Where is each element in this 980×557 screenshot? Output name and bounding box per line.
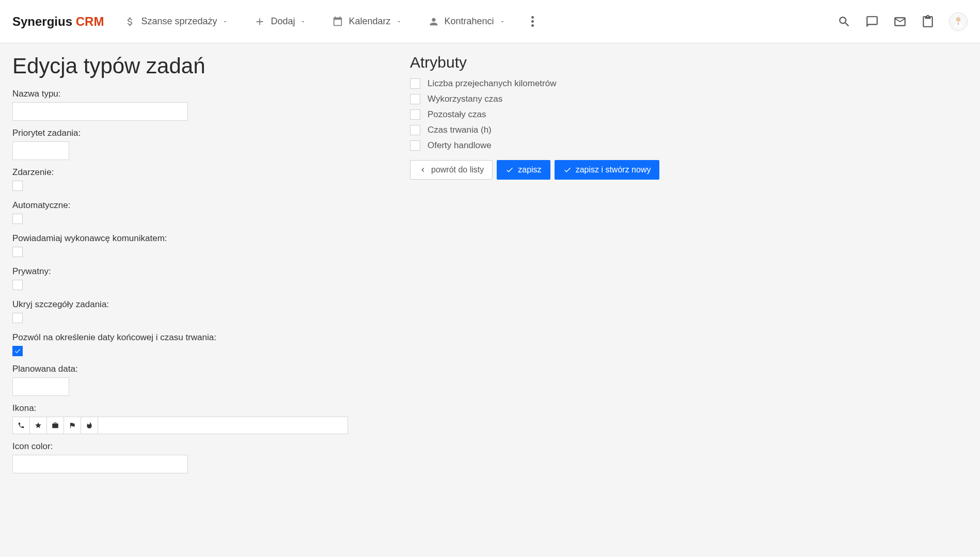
attr-row: Czas trwania (h): [410, 125, 968, 135]
icon-option-phone[interactable]: [12, 417, 30, 434]
plus-icon: [254, 16, 265, 27]
save-button[interactable]: zapisz: [497, 160, 550, 180]
input-icon-color[interactable]: [12, 455, 188, 473]
chevron-down-icon: [499, 19, 505, 25]
fire-icon: [86, 422, 93, 429]
header: Synergius CRM Szanse sprzedaży Dodaj Kal…: [0, 0, 980, 43]
field-notify: Powiadamiaj wykonawcę komunikatem:: [12, 233, 389, 259]
icon-option-fire[interactable]: [81, 417, 98, 434]
logo-main: Synergius: [12, 14, 72, 28]
checkbox-attr-remaining[interactable]: [410, 109, 420, 120]
input-icon[interactable]: [98, 417, 348, 434]
briefcase-icon: [52, 422, 59, 429]
attr-label: Wykorzystany czas: [428, 94, 502, 104]
mail-button[interactable]: [893, 15, 907, 28]
chevron-down-icon: [222, 19, 228, 25]
clipboard-icon: [921, 15, 935, 28]
nav-add[interactable]: Dodaj: [254, 16, 306, 27]
checkbox-attr-duration[interactable]: [410, 125, 420, 135]
check-icon: [563, 166, 572, 174]
field-icon-color: Icon color:: [12, 441, 389, 473]
icon-option-briefcase[interactable]: [46, 417, 64, 434]
label-icon-color: Icon color:: [12, 441, 389, 452]
more-menu[interactable]: [531, 16, 534, 27]
nav-contractors[interactable]: Kontrahenci: [428, 16, 505, 27]
search-button[interactable]: [837, 15, 851, 28]
save-button-label: zapisz: [518, 165, 541, 174]
icon-option-flag[interactable]: [64, 417, 81, 434]
page-title: Edycja typów zadań: [12, 54, 389, 78]
label-event: Zdarzenie:: [12, 167, 389, 178]
logo[interactable]: Synergius CRM: [12, 14, 104, 29]
mail-icon: [893, 15, 907, 28]
checkbox-attr-offers[interactable]: [410, 140, 420, 151]
field-private: Prywatny:: [12, 266, 389, 292]
nav-label: Szanse sprzedaży: [141, 16, 217, 27]
avatar[interactable]: [949, 12, 968, 31]
checkbox-attr-km[interactable]: [410, 78, 420, 89]
nav-label: Kontrahenci: [445, 16, 494, 27]
input-planned-date[interactable]: [12, 377, 69, 396]
field-allow-end-date: Pozwól na określenie daty końcowej i cza…: [12, 332, 389, 357]
label-icon: Ikona:: [12, 403, 389, 413]
flag-icon: [69, 422, 76, 429]
checkbox-notify[interactable]: [12, 247, 23, 257]
label-planned-date: Planowana data:: [12, 364, 389, 374]
checkbox-automatic[interactable]: [12, 214, 23, 224]
right-column: Atrybuty Liczba przejechanych kilometrów…: [410, 54, 968, 481]
clipboard-button[interactable]: [921, 15, 935, 28]
search-icon: [837, 15, 851, 28]
nav-calendar[interactable]: Kalendarz: [332, 16, 402, 27]
checkbox-event[interactable]: [12, 181, 23, 191]
nav: Szanse sprzedaży Dodaj Kalendarz Kontrah…: [124, 16, 837, 27]
nav-label: Dodaj: [271, 16, 295, 27]
check-icon: [14, 347, 21, 355]
person-icon: [428, 16, 439, 27]
save-new-button[interactable]: zapisz i stwórz nowy: [555, 160, 660, 180]
main: Edycja typów zadań Nazwa typu: Priorytet…: [0, 43, 980, 491]
save-new-button-label: zapisz i stwórz nowy: [576, 165, 651, 174]
header-right: [837, 12, 968, 31]
check-icon: [505, 166, 514, 174]
left-column: Edycja typów zadań Nazwa typu: Priorytet…: [12, 54, 389, 481]
checkbox-private[interactable]: [12, 280, 23, 290]
label-notify: Powiadamiaj wykonawcę komunikatem:: [12, 233, 389, 244]
button-row: powrót do listy zapisz zapisz i stwórz n…: [410, 160, 968, 180]
label-hide-details: Ukryj szczegóły zadania:: [12, 299, 389, 310]
attr-row: Liczba przejechanych kilometrów: [410, 78, 968, 89]
attr-label: Pozostały czas: [428, 109, 486, 120]
nav-label: Kalendarz: [349, 16, 390, 27]
avatar-icon: [952, 15, 965, 28]
back-button[interactable]: powrót do listy: [410, 160, 493, 180]
svg-point-0: [956, 17, 961, 22]
icon-picker: [12, 417, 389, 434]
field-type-name: Nazwa typu:: [12, 89, 389, 121]
input-priority[interactable]: [12, 141, 69, 160]
more-vert-icon: [531, 16, 534, 27]
attr-row: Oferty handlowe: [410, 140, 968, 151]
checkbox-allow-end-date[interactable]: [12, 346, 23, 356]
chevron-down-icon: [396, 19, 402, 25]
label-private: Prywatny:: [12, 266, 389, 277]
field-planned-date: Planowana data:: [12, 364, 389, 396]
star-icon: [35, 422, 42, 429]
attr-row: Wykorzystany czas: [410, 94, 968, 104]
phone-icon: [18, 422, 25, 429]
field-automatic: Automatyczne:: [12, 200, 389, 226]
logo-sub: CRM: [76, 14, 104, 28]
checkbox-attr-used-time[interactable]: [410, 94, 420, 104]
checkbox-hide-details[interactable]: [12, 313, 23, 323]
attributes-title: Atrybuty: [410, 54, 968, 71]
attr-label: Czas trwania (h): [428, 125, 492, 135]
field-hide-details: Ukryj szczegóły zadania:: [12, 299, 389, 325]
icon-option-star[interactable]: [29, 417, 47, 434]
field-icon: Ikona:: [12, 403, 389, 434]
chat-icon: [865, 15, 879, 28]
field-priority: Priorytet zadania:: [12, 128, 389, 160]
nav-sales[interactable]: Szanse sprzedaży: [124, 16, 228, 27]
input-type-name[interactable]: [12, 102, 188, 121]
label-priority: Priorytet zadania:: [12, 128, 389, 138]
calendar-icon: [332, 16, 343, 27]
attr-label: Oferty handlowe: [428, 140, 492, 151]
chat-button[interactable]: [865, 15, 879, 28]
